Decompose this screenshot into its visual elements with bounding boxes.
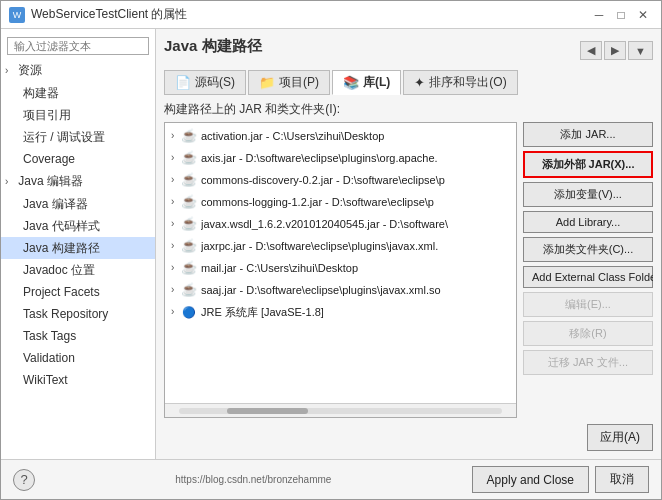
- jar-item-javax-wsdl[interactable]: › ☕ javax.wsdl_1.6.2.v201012040545.jar -…: [165, 213, 516, 235]
- jar-item-commons-logging[interactable]: › ☕ commons-logging-1.2.jar - D:\softwar…: [165, 191, 516, 213]
- jar-item-commons-discovery[interactable]: › ☕ commons-discovery-0.2.jar - D:\softw…: [165, 169, 516, 191]
- sidebar-item-wikitext[interactable]: WikiText: [1, 369, 155, 391]
- nav-arrows: ◀ ▶ ▼: [580, 41, 653, 60]
- jar-list: › ☕ activation.jar - C:\Users\zihui\Desk…: [165, 123, 516, 325]
- sidebar-item-coverage[interactable]: Coverage: [1, 148, 155, 170]
- jar-cup-icon: ☕: [181, 150, 197, 166]
- title-bar: W WebServiceTestClient 的属性 ─ □ ✕: [1, 1, 661, 29]
- edit-button[interactable]: 编辑(E)...: [523, 292, 653, 317]
- minimize-button[interactable]: ─: [589, 5, 609, 25]
- tabs-bar: 📄 源码(S) 📁 项目(P) 📚 库(L) ✦ 排序和导出(O): [164, 70, 653, 95]
- nav-back-button[interactable]: ◀: [580, 41, 602, 60]
- jar-arrow-icon: ›: [171, 215, 181, 233]
- jar-text: javax.wsdl_1.6.2.v201012040545.jar - D:\…: [201, 215, 448, 233]
- order-icon: ✦: [414, 75, 425, 90]
- maximize-button[interactable]: □: [611, 5, 631, 25]
- filter-input[interactable]: [7, 37, 149, 55]
- title-bar-left: W WebServiceTestClient 的属性: [9, 6, 188, 23]
- tab-project-label: 项目(P): [279, 74, 319, 91]
- jar-text: mail.jar - C:\Users\zihui\Desktop: [201, 259, 358, 277]
- jre-icon: 🔵: [181, 304, 197, 320]
- tab-project[interactable]: 📁 项目(P): [248, 70, 330, 95]
- jar-text: jaxrpc.jar - D:\software\eclipse\plugins…: [201, 237, 438, 255]
- sidebar-item-project-refs[interactable]: 项目引用: [1, 104, 155, 126]
- jar-list-panel: › ☕ activation.jar - C:\Users\zihui\Desk…: [165, 123, 516, 403]
- main-window: W WebServiceTestClient 的属性 ─ □ ✕ › 资源 构建…: [0, 0, 662, 500]
- footer-buttons: Apply and Close 取消: [472, 466, 649, 493]
- footer-url: https://blog.csdn.net/bronzehamme: [35, 474, 472, 485]
- nav-forward-button[interactable]: ▶: [604, 41, 626, 60]
- apply-button[interactable]: 应用(A): [587, 424, 653, 451]
- sidebar-item-validation[interactable]: Validation: [1, 347, 155, 369]
- add-jar-button[interactable]: 添加 JAR...: [523, 122, 653, 147]
- jar-cup-icon: ☕: [181, 216, 197, 232]
- sidebar-item-task-repository[interactable]: Task Repository: [1, 303, 155, 325]
- jar-text: JRE 系统库 [JavaSE-1.8]: [201, 303, 324, 321]
- jar-arrow-icon: ›: [171, 303, 181, 321]
- jar-list-scrollbar[interactable]: [165, 403, 516, 417]
- jar-item-jre[interactable]: › 🔵 JRE 系统库 [JavaSE-1.8]: [165, 301, 516, 323]
- tab-library[interactable]: 📚 库(L): [332, 70, 401, 95]
- jar-cup-icon: ☕: [181, 238, 197, 254]
- title-controls: ─ □ ✕: [589, 5, 653, 25]
- jar-text: commons-logging-1.2.jar - D:\software\ec…: [201, 193, 434, 211]
- sidebar-item-builders[interactable]: 构建器: [1, 82, 155, 104]
- sidebar-item-java-code-style[interactable]: Java 代码样式: [1, 215, 155, 237]
- remove-button[interactable]: 移除(R): [523, 321, 653, 346]
- add-variable-button[interactable]: 添加变量(V)...: [523, 182, 653, 207]
- jar-text: activation.jar - C:\Users\zihui\Desktop: [201, 127, 384, 145]
- jar-arrow-icon: ›: [171, 281, 181, 299]
- jar-cup-icon: ☕: [181, 172, 197, 188]
- migrate-jar-button[interactable]: 迁移 JAR 文件...: [523, 350, 653, 375]
- jar-item-activation[interactable]: › ☕ activation.jar - C:\Users\zihui\Desk…: [165, 125, 516, 147]
- nav-dropdown-button[interactable]: ▼: [628, 41, 653, 60]
- jar-cup-icon: ☕: [181, 260, 197, 276]
- source-icon: 📄: [175, 75, 191, 90]
- jar-text: axis.jar - D:\software\eclipse\plugins\o…: [201, 149, 438, 167]
- panel-title: Java 构建路径: [164, 37, 262, 56]
- jar-arrow-icon: ›: [171, 149, 181, 167]
- sidebar-item-java-compiler[interactable]: Java 编译器: [1, 193, 155, 215]
- tab-library-label: 库(L): [363, 74, 390, 91]
- help-button[interactable]: ?: [13, 469, 35, 491]
- jar-arrow-icon: ›: [171, 237, 181, 255]
- scrollbar-thumb: [227, 408, 308, 414]
- window-icon: W: [9, 7, 25, 23]
- window-title: WebServiceTestClient 的属性: [31, 6, 188, 23]
- tab-order-export[interactable]: ✦ 排序和导出(O): [403, 70, 517, 95]
- project-icon: 📁: [259, 75, 275, 90]
- jar-item-saaj[interactable]: › ☕ saaj.jar - D:\software\eclipse\plugi…: [165, 279, 516, 301]
- jar-arrow-icon: ›: [171, 193, 181, 211]
- right-panel: Java 构建路径 ◀ ▶ ▼ 📄 源码(S) 📁 项目(P) �: [156, 29, 661, 459]
- sidebar-item-project-facets[interactable]: Project Facets: [1, 281, 155, 303]
- jar-text: commons-discovery-0.2.jar - D:\software\…: [201, 171, 445, 189]
- jar-cup-icon: ☕: [181, 194, 197, 210]
- apply-close-button[interactable]: Apply and Close: [472, 466, 589, 493]
- sidebar-item-javadoc[interactable]: Javadoc 位置: [1, 259, 155, 281]
- jar-item-jaxrpc[interactable]: › ☕ jaxrpc.jar - D:\software\eclipse\plu…: [165, 235, 516, 257]
- jar-arrow-icon: ›: [171, 127, 181, 145]
- main-content: › 资源 构建器 项目引用 运行 / 调试设置 Coverage › Java …: [1, 29, 661, 459]
- jar-cup-icon: ☕: [181, 282, 197, 298]
- add-external-class-folder-button[interactable]: Add External Class Folder...: [523, 266, 653, 288]
- action-buttons-panel: 添加 JAR... 添加外部 JAR(X)... 添加变量(V)... Add …: [523, 122, 653, 418]
- cancel-button[interactable]: 取消: [595, 466, 649, 493]
- sidebar-item-run-debug[interactable]: 运行 / 调试设置: [1, 126, 155, 148]
- footer-left: ?: [13, 469, 35, 491]
- sidebar-item-resources[interactable]: › 资源: [1, 59, 155, 82]
- close-button[interactable]: ✕: [633, 5, 653, 25]
- jar-text: saaj.jar - D:\software\eclipse\plugins\j…: [201, 281, 441, 299]
- jar-item-mail[interactable]: › ☕ mail.jar - C:\Users\zihui\Desktop: [165, 257, 516, 279]
- tab-order-label: 排序和导出(O): [429, 74, 506, 91]
- tab-source[interactable]: 📄 源码(S): [164, 70, 246, 95]
- jar-item-axis[interactable]: › ☕ axis.jar - D:\software\eclipse\plugi…: [165, 147, 516, 169]
- tab-source-label: 源码(S): [195, 74, 235, 91]
- content-area: › ☕ activation.jar - C:\Users\zihui\Desk…: [164, 122, 653, 418]
- add-class-folder-button[interactable]: 添加类文件夹(C)...: [523, 237, 653, 262]
- add-library-button[interactable]: Add Library...: [523, 211, 653, 233]
- sidebar-item-java-build-path[interactable]: Java 构建路径: [1, 237, 155, 259]
- sidebar-item-task-tags[interactable]: Task Tags: [1, 325, 155, 347]
- footer: ? https://blog.csdn.net/bronzehamme Appl…: [1, 459, 661, 499]
- add-external-jar-button[interactable]: 添加外部 JAR(X)...: [523, 151, 653, 178]
- sidebar-item-java-editor[interactable]: › Java 编辑器: [1, 170, 155, 193]
